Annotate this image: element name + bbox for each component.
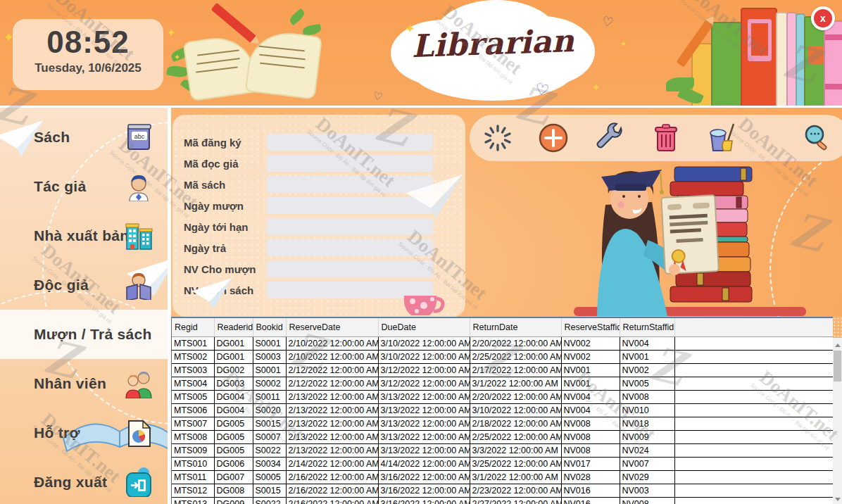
vertical-scrollbar[interactable] (833, 318, 842, 504)
table-row[interactable]: MTS004 DG003 S0002 2/12/2022 12:00:00 AM… (172, 377, 833, 390)
sidebar-item-label: Hỗ trợ (34, 424, 80, 441)
refresh-button[interactable] (482, 122, 513, 153)
table-row[interactable]: MTS003 DG002 S0001 2/12/2022 12:00:00 AM… (172, 363, 833, 377)
table-row[interactable]: MTS008 DG005 S0007 2/13/2022 12:00:00 AM… (172, 430, 833, 443)
librarian-illustration (584, 156, 767, 316)
close-icon: x (814, 9, 832, 27)
sidebar-item-nha-xuat-ban[interactable]: Nhà xuất bản (0, 211, 168, 260)
column-header[interactable]: DueDate (378, 318, 470, 336)
trash-icon (651, 122, 681, 153)
table-row[interactable]: MTS002 DG001 S0003 2/10/2022 12:00:00 AM… (172, 350, 833, 363)
field-label-lend-staff: NV Cho mượn (184, 263, 256, 275)
sidebar-item-muon-tra-sach[interactable]: Mượn / Trả sách (0, 310, 168, 359)
column-header[interactable]: Bookid (253, 318, 286, 336)
field-label-receive-staff: NV nhận sách (184, 284, 253, 296)
sidebar-item-dang-xuat[interactable]: Đăng xuất (0, 458, 168, 504)
due-date-input[interactable] (267, 218, 433, 235)
field-label-readerid: Mã đọc giả (184, 158, 239, 170)
table-body: MTS001 DG001 S0001 2/10/2022 12:00:00 AM… (172, 336, 833, 504)
column-header[interactable]: ReserveDate (286, 318, 378, 336)
bookid-input[interactable] (267, 176, 433, 193)
table-row[interactable]: MTS006 DG004 S0020 2/13/2022 12:00:00 AM… (172, 403, 833, 417)
app-title: Librarian (383, 22, 603, 65)
column-header-filler (674, 318, 833, 336)
table-row[interactable]: MTS011 DG007 S0005 2/16/2022 12:00:00 AM… (172, 470, 833, 484)
title-cloud: Librarian (384, 0, 602, 108)
reader-icon (124, 270, 153, 300)
scrollbar-thumb[interactable] (834, 351, 841, 382)
close-button[interactable]: x (811, 6, 835, 30)
borrow-return-table-panel: RegidReaderidBookidReserveDateDueDateRet… (171, 317, 842, 504)
regid-input[interactable] (267, 134, 433, 151)
clear-button[interactable] (707, 122, 738, 153)
table-row[interactable]: MTS007 DG005 S0015 2/13/2022 12:00:00 AM… (172, 417, 833, 430)
sidebar-item-label: Sách (34, 129, 70, 146)
table-row[interactable]: MTS012 DG008 S0015 2/16/2022 12:00:00 AM… (172, 484, 833, 497)
support-report-icon (124, 418, 153, 448)
field-label-return-date: Ngày trả (184, 242, 226, 254)
header-band: 08:52 Tuesday, 10/6/2025 ✦ ✦ ✦ ✦ Librari… (0, 0, 842, 108)
pencil-icon (210, 3, 256, 44)
sidebar-item-label: Tác giả (34, 178, 86, 195)
table-header-row: RegidReaderidBookidReserveDateDueDateRet… (172, 318, 833, 336)
add-plus-icon (538, 122, 569, 153)
librarian-window: 08:52 Tuesday, 10/6/2025 ✦ ✦ ✦ ✦ Librari… (0, 0, 842, 504)
heart-doodle: ♡ (372, 89, 384, 103)
field-label-due-date: Ngày tới hạn (184, 221, 249, 233)
staff-icon (124, 369, 153, 398)
sidebar-item-label: Đăng xuất (34, 474, 107, 491)
edit-button[interactable] (594, 122, 625, 153)
wrench-icon (594, 122, 625, 153)
table-row[interactable]: MTS010 DG006 S0034 2/14/2022 12:00:00 AM… (172, 457, 833, 470)
sidebar-item-nhan-vien[interactable]: Nhân viên (0, 359, 168, 408)
readerid-input[interactable] (267, 155, 433, 172)
borrow-date-input[interactable] (267, 197, 433, 214)
field-label-regid: Mã đăng ký (184, 137, 241, 149)
sidebar-item-label: Nhân viên (34, 375, 106, 392)
scroll-down-arrow-icon[interactable] (835, 498, 841, 501)
borrow-return-table: RegidReaderidBookidReserveDateDueDateRet… (172, 318, 833, 504)
search-icon (801, 122, 832, 153)
open-book-illustration (165, 6, 327, 108)
sidebar-item-label: Mượn / Trả sách (34, 326, 152, 343)
field-label-bookid: Mã sách (184, 179, 225, 191)
field-label-borrow-date: Ngày mượn (184, 200, 244, 212)
table-row[interactable]: MTS009 DG005 S0022 2/13/2022 12:00:00 AM… (172, 443, 833, 457)
clock-panel: 08:52 Tuesday, 10/6/2025 ✦ ✦ ✦ ✦ (13, 19, 163, 90)
scroll-up-arrow-icon[interactable] (835, 344, 841, 347)
toolbar (470, 115, 842, 161)
return-date-input[interactable] (267, 239, 433, 256)
delete-button[interactable] (651, 122, 681, 153)
book-abc-icon: abc (124, 122, 153, 152)
sidebar-item-ho-tro[interactable]: Hỗ trợ (0, 408, 168, 458)
search-button[interactable] (801, 122, 832, 153)
column-header[interactable]: Regid (172, 318, 214, 336)
table-row[interactable]: MTS005 DG004 S0011 2/13/2022 12:00:00 AM… (172, 390, 833, 403)
borrow-return-form: Mã đăng ký Mã đọc giả Mã sách Ngày mượn … (172, 115, 465, 317)
table-scroll-area: RegidReaderidBookidReserveDateDueDateRet… (171, 318, 833, 504)
table-row[interactable]: MTS013 DG009 S0022 2/16/2022 12:00:00 AM… (172, 497, 833, 504)
book-page-left (183, 33, 258, 101)
heart-doodle: ♡ (601, 13, 615, 31)
column-header[interactable]: ReturnDate (470, 318, 561, 336)
refresh-spinner-icon (482, 122, 513, 153)
add-button[interactable] (538, 122, 569, 153)
column-header[interactable]: ReserveStaffid (561, 318, 620, 336)
logout-icon (124, 467, 153, 497)
sidebar-item-doc-gia[interactable]: Độc giả (0, 260, 168, 310)
sidebar-item-tac-gia[interactable]: Tác giả (0, 162, 168, 211)
column-header[interactable]: Readerid (214, 318, 253, 336)
svg-text:abc: abc (134, 133, 145, 140)
lend-staff-input[interactable] (267, 260, 433, 277)
sidebar: Sách abc Tác giả Nhà xuất bản Độc giả Mư… (0, 108, 168, 504)
broom-bucket-icon (707, 122, 738, 153)
column-header[interactable]: ReturnStaffid (620, 318, 674, 336)
clock-date: Tuesday, 10/6/2025 (13, 61, 163, 75)
receive-staff-input[interactable] (267, 282, 433, 298)
scrollbar-corner (833, 317, 842, 338)
table-row[interactable]: MTS001 DG001 S0001 2/10/2022 12:00:00 AM… (172, 336, 833, 350)
publisher-building-icon (124, 221, 153, 251)
sidebar-item-label: Nhà xuất bản (34, 227, 129, 244)
clock-time: 08:52 (13, 23, 163, 61)
sidebar-item-sach[interactable]: Sách abc (0, 113, 168, 162)
